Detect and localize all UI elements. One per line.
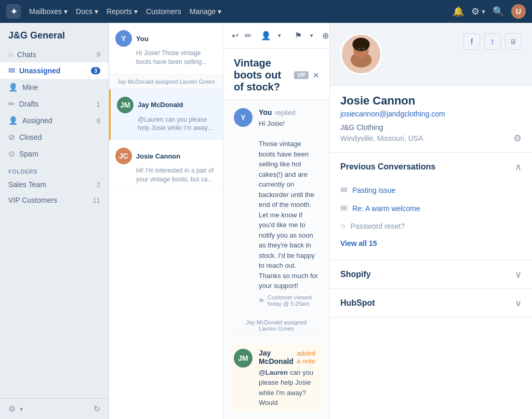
settings-menu[interactable]: ⚙ ▾	[471, 6, 485, 17]
conv-item-1[interactable]: Y You Hi Josie! Those vintage boots have…	[109, 23, 223, 74]
hubspot-title: HubSpot	[340, 298, 375, 308]
conversation-title: Vintage boots out of stock? VIP ✕	[234, 57, 319, 93]
conv-avatar-2: JM	[117, 97, 134, 113]
prev-conversations-title: Previous Conversations	[340, 162, 435, 172]
flag-button[interactable]: ⚑	[290, 28, 307, 44]
undo-button[interactable]: ↩	[232, 28, 238, 44]
conv-avatar-1: Y	[115, 30, 132, 47]
profile-settings-icon[interactable]: ⚙	[513, 133, 522, 144]
svg-rect-6	[358, 48, 361, 49]
previous-conversations-section: Previous Conversations ∧ ✉ Pasting issue…	[330, 153, 532, 260]
sidebar-item-unassigned[interactable]: ✉ Unassigned 3	[0, 62, 109, 79]
shopify-chevron: ∨	[515, 269, 522, 280]
customer-location: Windyville, Missouri, USA ⚙	[340, 133, 522, 144]
view-all-link[interactable]: View all 15	[340, 235, 377, 252]
footer-refresh-icon[interactable]: ↻	[94, 404, 100, 414]
prev-conv-email-icon-2: ✉	[340, 203, 347, 213]
flag-arrow[interactable]: ▾	[308, 28, 316, 44]
twitter-icon[interactable]: t	[484, 33, 501, 50]
conv-avatar-3: JC	[115, 148, 132, 164]
svg-rect-7	[362, 48, 365, 49]
hubspot-chevron: ∨	[515, 297, 522, 309]
profile-info: Josie Cannon josiecannon@jandgclothing.c…	[330, 86, 532, 153]
website-icon[interactable]: 🖥	[505, 33, 522, 50]
prev-conv-email-icon-1: ✉	[340, 185, 347, 195]
content-header: Vintage boots out of stock? VIP ✕	[223, 49, 329, 100]
gear-arrow-icon: ▾	[482, 7, 485, 16]
profile-header: f t 🖥	[330, 23, 532, 86]
shopify-section: Shopify ∨	[330, 260, 532, 289]
conv-divider: Jay McDonald assigned Lauren Green	[109, 74, 223, 89]
sidebar-item-chats[interactable]: ○ Chats 9	[0, 46, 109, 62]
view-icon: 👁	[259, 297, 264, 304]
prev-conversations-chevron: ∧	[515, 161, 522, 173]
tag-button[interactable]: ✏	[245, 28, 251, 44]
conversation-list: Y You Hi Josie! Those vintage boots have…	[109, 23, 223, 419]
prev-conv-item-3[interactable]: ○ Password reset?	[340, 217, 522, 235]
hubspot-section: HubSpot ∨	[330, 289, 532, 318]
shopify-title: Shopify	[340, 270, 371, 279]
bell-icon[interactable]: 🔔	[453, 6, 464, 17]
conv-item-3[interactable]: JC Josie Cannon Hi! I'm interested in a …	[109, 140, 223, 192]
assign-button[interactable]: 👤	[258, 28, 274, 44]
sidebar-folder-vip[interactable]: VIP Customers 11	[0, 192, 109, 208]
logo-icon: ✦	[6, 4, 21, 19]
assignment-divider: Jay McDonald assigned Lauren Green	[234, 315, 319, 336]
closed-icon: ⊘	[8, 133, 15, 142]
user-avatar[interactable]: U	[511, 4, 526, 19]
facebook-icon[interactable]: f	[463, 33, 480, 50]
customer-name: Josie Cannon	[340, 94, 522, 108]
vip-badge: VIP	[294, 71, 309, 79]
msg-text-1: Hi Josie!Those vintage boots have been s…	[259, 119, 319, 291]
right-panel: f t 🖥 Josie Cannon josiecannon@jandgclot…	[329, 23, 532, 419]
drafts-icon: ✏	[8, 99, 15, 109]
sidebar: J&G General ○ Chats 9 ✉ Unassigned 3 👤 M…	[0, 23, 109, 419]
customer-avatar	[340, 33, 382, 75]
nav-manage[interactable]: Manage ▾	[190, 7, 222, 16]
search-icon[interactable]: 🔍	[493, 6, 504, 17]
chat-icon: ○	[8, 50, 13, 59]
docs-arrow-icon: ▾	[95, 7, 98, 16]
sidebar-item-mine[interactable]: 👤 Mine	[0, 79, 109, 96]
messages-area: Y You replied Hi Josie!Those vintage boo…	[223, 100, 329, 419]
sidebar-item-closed[interactable]: ⊘ Closed	[0, 129, 109, 146]
mine-icon: 👤	[8, 83, 18, 92]
prev-conversations-header[interactable]: Previous Conversations ∧	[330, 153, 532, 181]
msg-body-1: You replied Hi Josie!Those vintage boots…	[259, 108, 319, 307]
folders-label: FOLDERS	[0, 162, 109, 177]
remove-badge-button[interactable]: ✕	[313, 71, 319, 80]
label-button[interactable]: ⊕	[322, 28, 329, 44]
nav-docs[interactable]: Docs ▾	[76, 7, 98, 16]
unassigned-icon: ✉	[8, 66, 15, 75]
conv-item-2[interactable]: JM Jay McDonald @Lauren can you please h…	[109, 89, 223, 141]
sidebar-title: J&G General	[0, 23, 109, 46]
manage-arrow-icon: ▾	[218, 7, 221, 16]
prev-conversations-content: ✉ Pasting issue ✉ Re: A warm welcome ○ P…	[330, 181, 532, 260]
prev-conv-item-2[interactable]: ✉ Re: A warm welcome	[340, 199, 522, 217]
msg-avatar-jay: JM	[234, 349, 252, 368]
content-toolbar: ↩ ✏ 👤 ▾ ⚑ ▾ ⊕ ✏ ▾ ⋯	[223, 23, 329, 49]
customer-email[interactable]: josiecannon@jandgclothing.com	[340, 110, 522, 118]
topnav: ✦ Mailboxes ▾ Docs ▾ Reports ▾ Customers…	[0, 0, 532, 23]
hubspot-header[interactable]: HubSpot ∨	[330, 289, 532, 317]
sidebar-item-drafts[interactable]: ✏ Drafts 1	[0, 96, 109, 112]
prev-conv-chat-icon: ○	[340, 221, 345, 231]
sidebar-footer: ⚙ ▾ ↻	[0, 398, 109, 419]
message-1: Y You replied Hi Josie!Those vintage boo…	[234, 108, 319, 307]
main-layout: J&G General ○ Chats 9 ✉ Unassigned 3 👤 M…	[0, 23, 532, 419]
prev-conv-item-1[interactable]: ✉ Pasting issue	[340, 181, 522, 199]
sidebar-item-assigned[interactable]: 👤 Assigned 9	[0, 112, 109, 129]
svg-point-3	[352, 38, 369, 51]
sidebar-folder-sales[interactable]: Sales Team 2	[0, 177, 109, 192]
sidebar-item-spam[interactable]: ⊙ Spam	[0, 146, 109, 162]
shopify-header[interactable]: Shopify ∨	[330, 260, 532, 289]
footer-settings-icon[interactable]: ⚙	[8, 404, 16, 414]
assign-arrow[interactable]: ▾	[275, 28, 284, 44]
social-icons: f t 🖥	[463, 33, 522, 50]
nav-customers[interactable]: Customers	[146, 7, 181, 16]
message-2: JM Jay McDonald added a note @Lauren can…	[230, 345, 323, 412]
msg-text-2: @Lauren can you please help Josie while …	[259, 368, 319, 408]
nav-reports[interactable]: Reports ▾	[107, 7, 138, 16]
nav-mailboxes[interactable]: Mailboxes ▾	[29, 7, 68, 16]
msg-footer-1: 👁 Customer viewed today @ 5:25am	[259, 294, 319, 307]
